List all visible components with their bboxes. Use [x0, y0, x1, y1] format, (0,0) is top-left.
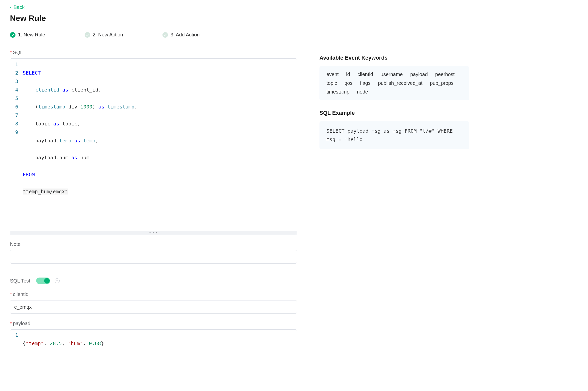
check-circle-icon: [10, 32, 15, 38]
step-label: 2. New Action: [93, 32, 123, 38]
keywords-panel: event id clientid username payload peerh…: [319, 66, 469, 100]
line-gutter: 123456789: [10, 59, 23, 231]
keyword-item: payload: [410, 72, 428, 77]
sql-label: *SQL: [10, 50, 297, 55]
keyword-item: timestamp: [326, 89, 349, 95]
line-gutter: 1: [10, 330, 23, 365]
step-divider: [53, 35, 80, 35]
keyword-item: username: [381, 72, 403, 77]
clientid-input[interactable]: [10, 300, 297, 314]
resize-handle[interactable]: • • •: [10, 231, 297, 235]
help-icon[interactable]: ?: [55, 278, 60, 283]
payload-editor[interactable]: 1 {"temp": 28.5, "hum": 0.68}: [10, 329, 297, 365]
keyword-item: flags: [360, 80, 371, 86]
step-divider: [131, 35, 158, 35]
keyword-item: clientid: [358, 72, 373, 77]
sql-example: SELECT payload.msg as msg FROM "t/#" WHE…: [319, 121, 469, 149]
back-link[interactable]: ‹ Back: [10, 4, 24, 10]
chevron-left-icon: ‹: [10, 5, 11, 10]
step-add-action[interactable]: 3. Add Action: [162, 32, 200, 38]
keyword-item: qos: [344, 80, 352, 86]
keyword-item: event: [326, 72, 339, 77]
sql-test-toggle[interactable]: [36, 278, 50, 284]
step-new-action[interactable]: 2. New Action: [85, 32, 123, 38]
note-label: Note: [10, 241, 297, 247]
step-label: 3. Add Action: [170, 32, 200, 38]
code-content[interactable]: SELECT clientid as client_id, (timestamp…: [23, 59, 140, 231]
keyword-item: node: [357, 89, 368, 95]
step-new-rule[interactable]: 1. New Rule: [10, 32, 45, 38]
check-circle-icon: [162, 32, 168, 38]
keyword-item: pub_props: [430, 80, 454, 86]
example-heading: SQL Example: [319, 110, 469, 116]
step-label: 1. New Rule: [18, 32, 45, 38]
keyword-item: topic: [326, 80, 337, 86]
stepper: 1. New Rule 2. New Action 3. Add Action: [10, 32, 578, 38]
sql-editor[interactable]: 123456789 SELECT clientid as client_id, …: [10, 58, 297, 235]
back-label: Back: [13, 4, 24, 10]
payload-label: *payload: [10, 321, 297, 326]
note-input[interactable]: [10, 250, 297, 264]
check-circle-icon: [85, 32, 90, 38]
page-title: New Rule: [10, 14, 578, 23]
code-content[interactable]: {"temp": 28.5, "hum": 0.68}: [23, 330, 106, 365]
sql-test-label: SQL Test:: [10, 278, 32, 284]
keyword-item: publish_received_at: [378, 80, 423, 86]
keyword-item: id: [346, 72, 350, 77]
keywords-heading: Available Event Keywords: [319, 55, 469, 61]
keyword-item: peerhost: [435, 72, 455, 77]
clientid-label: *clientid: [10, 292, 297, 297]
